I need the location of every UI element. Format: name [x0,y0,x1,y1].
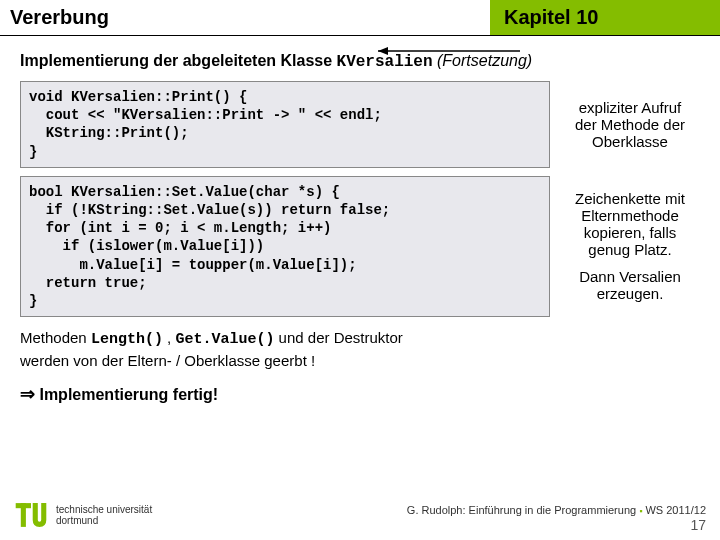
code-block-1-row: void KVersalien::Print() { cout << "KVer… [20,81,700,168]
code-block-2-row: bool KVersalien::Set.Value(char *s) { if… [20,176,700,317]
annotation-1: expliziter Aufruf der Methode der Oberkl… [550,81,700,168]
footer-semester: WS 2011/12 [642,504,706,516]
slide-subtitle: Implementierung der abgeleiteten Klasse … [20,52,700,71]
methods-note: Methoden Length() , Get.Value() und der … [20,327,700,371]
implementation-done-text: Implementierung fertig! [35,386,218,403]
arrow-icon [378,46,520,56]
code-block-1: void KVersalien::Print() { cout << "KVer… [20,81,550,168]
method-getvalue: Get.Value() [175,331,274,348]
tu-logo-icon [14,498,48,532]
methods-text-b: und der Destruktor [274,329,402,346]
header-chapter: Kapitel 10 [490,0,720,35]
methods-sep: , [163,329,176,346]
subtitle-text: Implementierung der abgeleiteten Klasse [20,52,337,69]
code-block-2: bool KVersalien::Set.Value(char *s) { if… [20,176,550,317]
methods-text-c: werden von der Eltern- / Oberklasse geer… [20,352,315,369]
method-length: Length() [91,331,163,348]
university-name-line1: technische universität [56,504,152,515]
university-logo: technische universität dortmund [14,498,152,532]
double-arrow-icon: ⇒ [20,384,35,404]
header-topic: Vererbung [0,0,490,35]
footer-author: G. Rudolph: Einführung in die Programmie… [407,504,639,516]
annotation-1-text: expliziter Aufruf der Methode der Oberkl… [566,99,694,150]
page-number: 17 [690,517,706,533]
svg-rect-3 [21,503,26,527]
svg-marker-1 [378,47,388,55]
slide-header: Vererbung Kapitel 10 [0,0,720,36]
slide-footer: G. Rudolph: Einführung in die Programmie… [407,504,706,534]
annotation-2b-text: Dann Versalien erzeugen. [566,268,694,302]
implementation-done: ⇒ Implementierung fertig! [20,383,700,405]
methods-text-a: Methoden [20,329,91,346]
slide-content: Implementierung der abgeleiteten Klasse … [0,36,720,405]
university-name: technische universität dortmund [56,504,152,526]
annotation-2: Zeichenkette mit Elternmethode kopieren,… [550,176,700,317]
annotation-2a-text: Zeichenkette mit Elternmethode kopieren,… [566,190,694,258]
university-name-line2: dortmund [56,515,152,526]
